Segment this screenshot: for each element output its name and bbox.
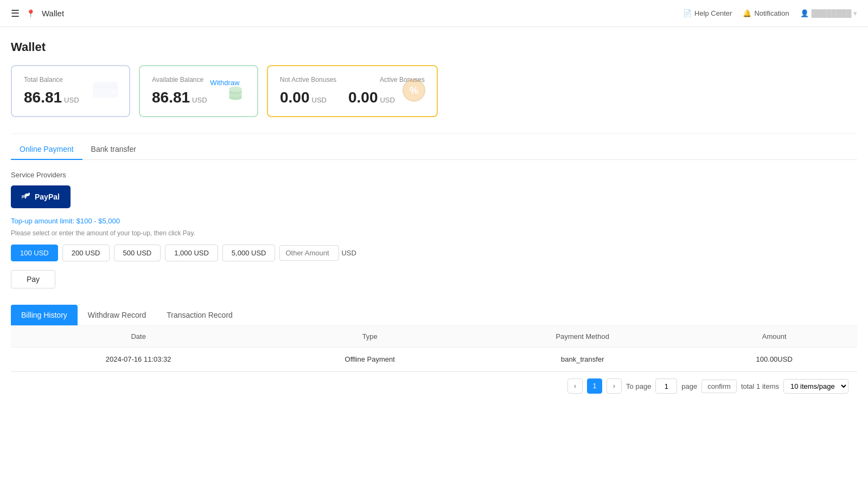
page-label: page bbox=[681, 382, 697, 390]
other-amount-wrap: USD bbox=[279, 245, 356, 261]
amount-btn-100[interactable]: 100 USD bbox=[11, 245, 58, 261]
tab-online-payment[interactable]: Online Payment bbox=[11, 139, 82, 160]
billing-tab-withdraw[interactable]: Withdraw Record bbox=[78, 305, 156, 325]
items-per-page-select[interactable]: 10 items/page 20 items/page 50 items/pag… bbox=[783, 379, 848, 394]
next-page-btn[interactable]: › bbox=[607, 378, 622, 394]
cell-type: Offline Payment bbox=[266, 348, 474, 371]
other-amount-input[interactable] bbox=[279, 245, 339, 261]
top-nav: ☰ 📍 Wallet 📄 Help Center 🔔 Notification … bbox=[0, 0, 868, 27]
bell-icon: 🔔 bbox=[743, 9, 751, 17]
payment-section: Online Payment Bank transfer Service Pro… bbox=[11, 133, 857, 288]
amount-btn-500[interactable]: 500 USD bbox=[114, 245, 161, 261]
total-items: total 1 items bbox=[741, 382, 779, 390]
available-balance-label: Available Balance bbox=[152, 76, 203, 84]
amount-btn-5000[interactable]: 5,000 USD bbox=[222, 245, 276, 261]
cell-payment-method: bank_transfer bbox=[474, 348, 691, 371]
menu-icon[interactable]: ☰ bbox=[11, 8, 20, 20]
total-balance-card: Total Balance 86.81USD bbox=[11, 65, 130, 117]
page-title: Wallet bbox=[11, 40, 857, 54]
billing-tabs: Billing History Withdraw Record Transact… bbox=[11, 305, 857, 325]
nav-brand: Wallet bbox=[42, 9, 64, 18]
billing-tab-transaction[interactable]: Transaction Record bbox=[156, 305, 243, 325]
not-active-bonuses-label: Not Active Bonuses bbox=[280, 76, 336, 84]
topup-desc: Please select or enter the amount of you… bbox=[11, 229, 857, 237]
user-menu[interactable]: 👤 ████████ ▾ bbox=[800, 9, 857, 17]
main-content: Wallet Total Balance 86.81USD Availabl bbox=[0, 27, 868, 488]
wallet-card-icon bbox=[92, 78, 119, 105]
nav-right: 📄 Help Center 🔔 Notification 👤 ████████ … bbox=[683, 9, 857, 17]
user-name: ████████ ▾ bbox=[812, 9, 857, 17]
coins-icon bbox=[220, 77, 247, 106]
person-icon: 👤 bbox=[800, 9, 809, 17]
amount-buttons: 100 USD 200 USD 500 USD 1,000 USD 5,000 … bbox=[11, 245, 857, 261]
billing-section: Billing History Withdraw Record Transact… bbox=[11, 305, 857, 400]
location-icon: 📍 bbox=[26, 9, 35, 18]
not-active-bonuses-amount: 0.00USD bbox=[280, 89, 327, 106]
notification-label: Notification bbox=[754, 9, 789, 17]
confirm-btn[interactable]: confirm bbox=[701, 380, 737, 393]
amount-btn-200[interactable]: 200 USD bbox=[62, 245, 110, 261]
page-number-input[interactable] bbox=[655, 378, 677, 394]
svg-point-6 bbox=[229, 87, 242, 92]
nav-left: ☰ 📍 Wallet bbox=[11, 8, 64, 20]
notification-link[interactable]: 🔔 Notification bbox=[743, 9, 789, 17]
to-page-label: To page bbox=[626, 382, 651, 390]
help-center-link[interactable]: 📄 Help Center bbox=[683, 9, 732, 17]
payment-tabs: Online Payment Bank transfer bbox=[11, 139, 857, 160]
svg-rect-2 bbox=[111, 89, 116, 94]
col-amount: Amount bbox=[691, 326, 857, 348]
svg-rect-1 bbox=[93, 86, 117, 89]
svg-text:%: % bbox=[410, 85, 418, 96]
col-type: Type bbox=[266, 326, 474, 348]
available-balance-amount: 86.81USD bbox=[152, 89, 207, 106]
help-center-label: Help Center bbox=[694, 9, 732, 17]
balance-cards: Total Balance 86.81USD Available Balance… bbox=[11, 65, 857, 117]
bonuses-card: Not Active Bonuses Active Bonuses 0.00US… bbox=[267, 65, 438, 117]
billing-tab-history[interactable]: Billing History bbox=[11, 305, 78, 325]
table-row: 2024-07-16 11:03:32 Offline Payment bank… bbox=[11, 348, 857, 371]
pagination: ‹ 1 › To page page confirm total 1 items… bbox=[11, 371, 857, 400]
paypal-icon bbox=[22, 191, 31, 203]
col-date: Date bbox=[11, 326, 266, 348]
page-1-btn[interactable]: 1 bbox=[587, 378, 602, 394]
cell-amount: 100.00USD bbox=[691, 348, 857, 371]
table-header: Date Type Payment Method Amount bbox=[11, 326, 857, 348]
active-bonuses-amount: 0.00USD bbox=[348, 89, 395, 106]
pay-button[interactable]: Pay bbox=[11, 270, 55, 288]
paypal-button[interactable]: PayPal bbox=[11, 185, 71, 208]
col-payment-method: Payment Method bbox=[474, 326, 691, 348]
usd-label: USD bbox=[341, 249, 356, 257]
bonus-coin-icon: % bbox=[402, 79, 426, 104]
billing-table: Date Type Payment Method Amount 2024-07-… bbox=[11, 325, 857, 371]
available-balance-card: Available Balance Withdraw 86.81USD bbox=[139, 65, 258, 117]
prev-page-btn[interactable]: ‹ bbox=[567, 378, 583, 394]
service-providers-label: Service Providers bbox=[11, 171, 857, 179]
table-body: 2024-07-16 11:03:32 Offline Payment bank… bbox=[11, 348, 857, 371]
topup-limit: Top-up amount limit: $100 - $5,000 bbox=[11, 217, 857, 225]
amount-btn-1000[interactable]: 1,000 USD bbox=[165, 245, 218, 261]
doc-icon: 📄 bbox=[683, 9, 692, 17]
total-balance-amount: 86.81USD bbox=[24, 89, 79, 106]
tab-bank-transfer[interactable]: Bank transfer bbox=[82, 139, 145, 160]
paypal-label: PayPal bbox=[35, 192, 60, 201]
online-payment-content: Service Providers PayPal Top-up amount l… bbox=[11, 171, 857, 288]
cell-date: 2024-07-16 11:03:32 bbox=[11, 348, 266, 371]
